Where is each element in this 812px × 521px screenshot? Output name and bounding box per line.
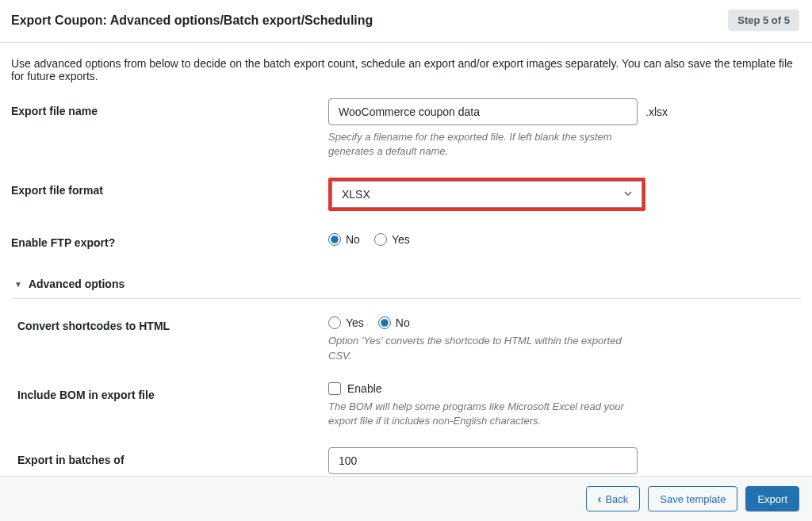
fileformat-highlight: XLSX [328,178,645,211]
bom-checkbox[interactable] [328,382,341,395]
filename-extension: .xlsx [645,105,668,118]
export-button[interactable]: Export [745,486,799,511]
filename-control: .xlsx Specify a filename for the exporte… [328,98,801,159]
filename-input[interactable] [328,98,638,125]
ftp-yes-radio[interactable] [374,233,387,246]
chevron-left-icon: ‹ [598,492,602,505]
shortcodes-yes-label: Yes [346,316,364,329]
ftp-no-label: No [346,233,360,246]
fileformat-label: Export file format [11,178,328,197]
advanced-section-header[interactable]: ▼ Advanced options [11,268,801,299]
step-badge: Step 5 of 5 [728,10,799,31]
batch-input[interactable] [328,447,638,474]
page-title: Export Coupon: Advanced options/Batch ex… [11,13,373,28]
shortcodes-yes-option[interactable]: Yes [328,316,364,329]
shortcodes-control: Yes No Option 'Yes' converts the shortco… [328,313,801,362]
ftp-row: Enable FTP export? No Yes [11,230,801,249]
shortcodes-row: Convert shortcodes to HTML Yes No Option… [17,313,801,362]
bom-enable-option[interactable]: Enable [328,382,801,395]
batch-label: Export in batches of [17,447,328,466]
shortcodes-help: Option 'Yes' converts the shortcode to H… [328,334,645,362]
back-button-label: Back [605,493,628,505]
ftp-control: No Yes [328,230,801,246]
bom-enable-label: Enable [347,382,382,395]
bom-control: Enable The BOM will help some programs l… [328,382,801,428]
advanced-title: Advanced options [29,278,124,290]
ftp-no-radio[interactable] [328,233,341,246]
back-button[interactable]: ‹ Back [586,486,641,511]
fileformat-select[interactable]: XLSX [331,181,642,208]
bom-row: Include BOM in export file Enable The BO… [17,382,801,428]
filename-label: Export file name [11,98,328,117]
shortcodes-no-radio[interactable] [378,316,391,329]
ftp-yes-option[interactable]: Yes [374,233,410,246]
filename-row: Export file name .xlsx Specify a filenam… [11,98,801,159]
shortcodes-yes-radio[interactable] [328,316,341,329]
ftp-no-option[interactable]: No [328,233,360,246]
ftp-label: Enable FTP export? [11,230,328,249]
shortcodes-label: Convert shortcodes to HTML [17,313,328,332]
page-description: Use advanced options from below to decid… [0,43,812,98]
form-section: Export file name .xlsx Specify a filenam… [0,98,812,521]
page-header: Export Coupon: Advanced options/Batch ex… [0,0,812,43]
footer-bar: ‹ Back Save template Export [0,476,812,521]
fileformat-control: XLSX [328,178,801,211]
filename-help: Specify a filename for the exported file… [328,130,645,159]
save-template-button[interactable]: Save template [648,486,737,511]
caret-down-icon: ▼ [14,280,22,289]
bom-help: The BOM will help some programs like Mic… [328,400,645,428]
fileformat-row: Export file format XLSX [11,178,801,211]
ftp-yes-label: Yes [392,233,410,246]
shortcodes-no-label: No [396,316,410,329]
bom-label: Include BOM in export file [17,382,328,401]
shortcodes-no-option[interactable]: No [378,316,410,329]
